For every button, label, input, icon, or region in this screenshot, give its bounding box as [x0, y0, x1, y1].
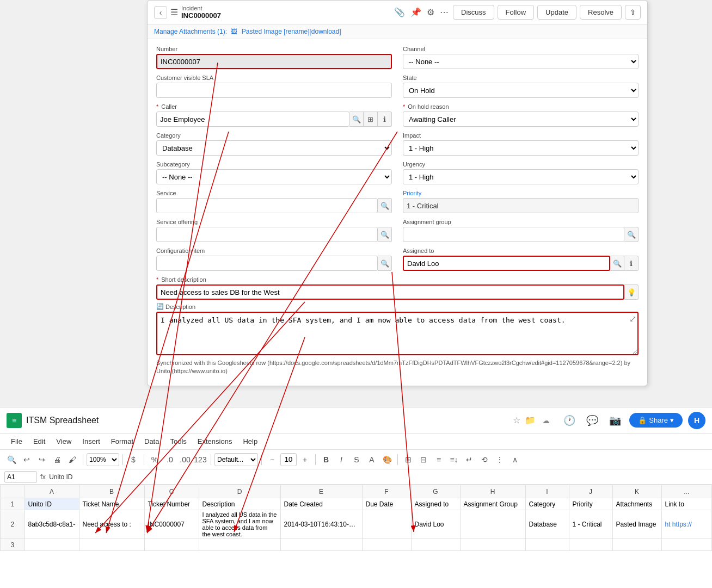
paint-btn[interactable]: 🖌 — [65, 453, 79, 467]
menu-insert[interactable]: Insert — [78, 436, 105, 447]
impact-select[interactable]: 1 - High — [403, 140, 639, 156]
cell-b3[interactable] — [79, 539, 144, 551]
cell-k2[interactable]: Pasted Image — [612, 510, 661, 539]
cell-i3[interactable] — [525, 539, 569, 551]
cell-c3[interactable] — [144, 539, 199, 551]
cell-h2[interactable] — [460, 510, 525, 539]
cell-a2[interactable]: 8ab3c5d8-c8a1- — [24, 510, 79, 539]
cell-j3[interactable] — [569, 539, 612, 551]
text-color-btn[interactable]: A — [365, 453, 379, 467]
category-select[interactable]: Database — [156, 140, 392, 156]
config-item-input[interactable] — [156, 256, 378, 271]
description-expand-icon[interactable]: ⤢ — [629, 314, 636, 324]
assigned-to-info-btn[interactable]: ℹ — [624, 256, 639, 271]
sla-input[interactable] — [156, 83, 392, 98]
short-desc-input[interactable] — [156, 284, 624, 300]
currency-btn[interactable]: $ — [126, 453, 140, 467]
more-icon[interactable]: ⋯ — [440, 7, 449, 17]
menu-tools[interactable]: Tools — [165, 436, 191, 447]
font-size-dec-btn[interactable]: − — [265, 453, 279, 467]
cell-b1[interactable]: Ticket Name — [79, 498, 144, 510]
back-button[interactable]: ‹ — [154, 6, 167, 19]
menu-format[interactable]: Format — [107, 436, 138, 447]
caller-info-btn[interactable]: ℹ — [378, 112, 392, 127]
spreadsheet-area[interactable]: A B C D E F G H I J K ... 1 U — [0, 485, 712, 588]
channel-select[interactable]: -- None -- — [403, 54, 639, 69]
cell-c1[interactable]: Ticket Number — [144, 498, 199, 510]
cell-i2[interactable]: Database — [525, 510, 569, 539]
cell-b2[interactable]: Need access to : — [79, 510, 144, 539]
attachment-link[interactable]: Pasted Image [rename][download] — [242, 28, 341, 35]
borders-btn[interactable]: ⊞ — [401, 453, 415, 467]
col-header-h[interactable]: H — [460, 485, 525, 498]
merge-btn[interactable]: ⊟ — [416, 453, 431, 467]
cell-f3[interactable] — [362, 539, 411, 551]
font-select[interactable]: Default... — [214, 453, 258, 466]
urgency-select[interactable]: 1 - High — [403, 169, 639, 184]
highlight-btn[interactable]: 🎨 — [380, 453, 394, 467]
description-textarea[interactable]: I analyzed all US data in the SFA system… — [156, 312, 639, 355]
comment-icon[interactable]: 💬 — [584, 412, 601, 429]
menu-file[interactable]: File — [7, 436, 27, 447]
discuss-button[interactable]: Discuss — [453, 5, 494, 20]
cell-d1[interactable]: Description — [199, 498, 280, 510]
service-offering-search-btn[interactable]: 🔍 — [378, 227, 392, 242]
state-select[interactable]: On Hold — [403, 83, 639, 98]
config-item-search-btn[interactable]: 🔍 — [378, 256, 392, 271]
cell-i1[interactable]: Category — [525, 498, 569, 510]
caller-input[interactable] — [156, 112, 349, 127]
col-header-g[interactable]: G — [411, 485, 460, 498]
col-header-j[interactable]: J — [569, 485, 612, 498]
cell-l1[interactable]: Link to — [661, 498, 712, 510]
rotate-btn[interactable]: ⟲ — [477, 453, 492, 467]
cell-k3[interactable] — [612, 539, 661, 551]
cell-h3[interactable] — [460, 539, 525, 551]
short-desc-icon-btn[interactable]: 💡 — [624, 284, 639, 300]
assigned-to-input[interactable] — [403, 256, 610, 271]
col-header-d[interactable]: D — [199, 485, 280, 498]
menu-data[interactable]: Data — [140, 436, 163, 447]
redo-btn[interactable]: ↪ — [35, 453, 49, 467]
font-size-input[interactable] — [280, 453, 297, 466]
cell-h1[interactable]: Assignment Group — [460, 498, 525, 510]
cell-j1[interactable]: Priority — [569, 498, 612, 510]
search-toolbar-btn[interactable]: 🔍 — [4, 453, 19, 467]
cell-ref-input[interactable] — [4, 471, 37, 483]
cell-g2[interactable]: David Loo — [411, 510, 460, 539]
bold-btn[interactable]: B — [319, 453, 333, 467]
cell-k1[interactable]: Attachments — [612, 498, 661, 510]
cell-g1[interactable]: Assigned to — [411, 498, 460, 510]
font-size-inc-btn[interactable]: + — [298, 453, 312, 467]
cell-e3[interactable] — [280, 539, 362, 551]
cell-e2[interactable]: 2014-03-10T16:43:10-04:00 — [280, 510, 362, 539]
update-button[interactable]: Update — [537, 5, 576, 20]
col-header-a[interactable]: A — [24, 485, 79, 498]
priority-link[interactable]: Priority — [403, 190, 421, 196]
collapse-toolbar-btn[interactable]: ∧ — [508, 453, 522, 467]
share-button[interactable]: 🔒 Share ▾ — [629, 413, 683, 428]
col-header-l[interactable]: ... — [661, 485, 712, 498]
menu-extensions[interactable]: Extensions — [193, 436, 237, 447]
col-header-k[interactable]: K — [612, 485, 661, 498]
align-btn[interactable]: ≡ — [432, 453, 446, 467]
cell-f2[interactable] — [362, 510, 411, 539]
assignment-group-search-btn[interactable]: 🔍 — [624, 227, 639, 242]
undo-btn[interactable]: ↩ — [20, 453, 34, 467]
format-num-btn[interactable]: 123 — [193, 453, 207, 467]
cell-e1[interactable]: Date Created — [280, 498, 362, 510]
cell-a1[interactable]: Unito ID — [24, 498, 79, 510]
col-header-i[interactable]: I — [525, 485, 569, 498]
cell-a3[interactable] — [24, 539, 79, 551]
cell-l3[interactable] — [661, 539, 712, 551]
menu-help[interactable]: Help — [238, 436, 262, 447]
valign-btn[interactable]: ≡↓ — [447, 453, 461, 467]
paperclip-icon[interactable]: 📎 — [394, 7, 405, 17]
italic-btn[interactable]: I — [334, 453, 348, 467]
pin-icon[interactable]: 📌 — [410, 7, 421, 17]
sheets-folder-icon[interactable]: 📁 — [525, 415, 536, 425]
dec-places-btn[interactable]: .0 — [163, 453, 177, 467]
caller-qr-btn[interactable]: ⊞ — [364, 112, 378, 127]
cell-l2[interactable]: ht https:// — [661, 510, 712, 539]
inc-places-btn[interactable]: .00 — [178, 453, 192, 467]
cell-d2[interactable]: I analyzed all US data in the SFA system… — [199, 510, 280, 539]
